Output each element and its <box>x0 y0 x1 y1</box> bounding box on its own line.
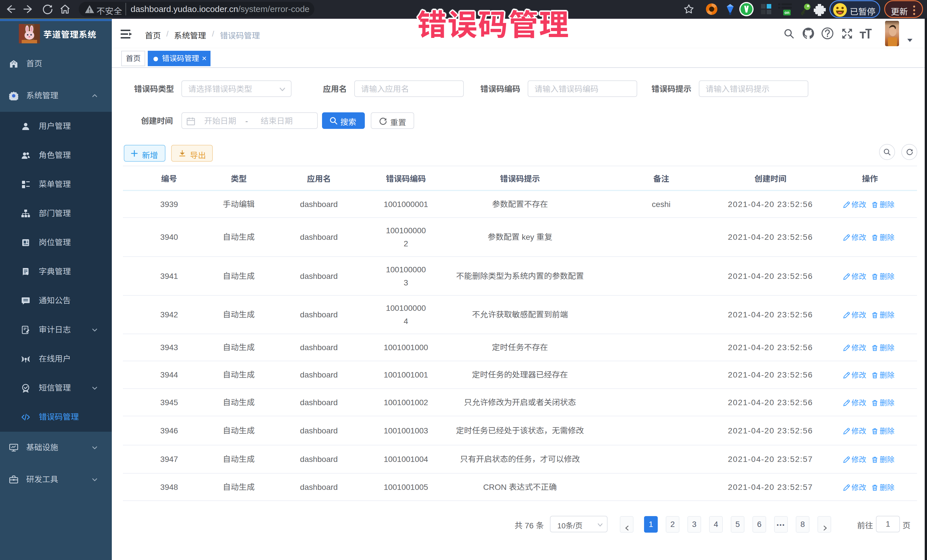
svg-text:on: on <box>784 10 789 15</box>
